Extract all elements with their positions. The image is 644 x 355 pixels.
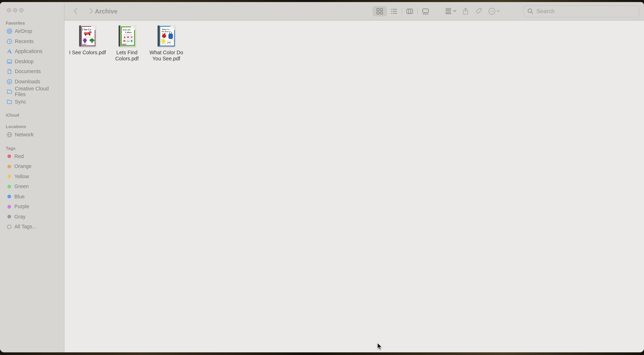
tag-dot-purple (7, 205, 11, 208)
file-what-color-do-you-see[interactable]: What Co Do You S (146, 26, 186, 62)
file-lets-find-colors[interactable]: Let's Fi Colors Sort the items by color (107, 26, 146, 62)
app-store-a-icon (7, 48, 12, 54)
pdf-file-icon: What Co Do You S (158, 26, 175, 46)
svg-text:Sort the items by color: Sort the items by color (124, 34, 132, 35)
mouse-cursor (377, 342, 382, 350)
file-i-see-colors[interactable]: I See Co Match the items by color (68, 26, 107, 56)
tag-dot-yellow (7, 175, 11, 178)
sidebar-item-sync[interactable]: Sync (0, 97, 64, 107)
tag-label: Yellow (14, 174, 29, 179)
tag-label: Red (14, 154, 24, 159)
sidebar-item-documents[interactable]: Documents (0, 66, 64, 76)
folder-icon (7, 99, 12, 104)
page-curl (91, 26, 96, 30)
globe-icon (7, 132, 12, 138)
sidebar-tag-purple[interactable]: Purple (0, 202, 64, 212)
toolbar-separator (417, 8, 418, 14)
tag-dot-blue (7, 195, 11, 198)
gallery-view-button[interactable] (418, 6, 432, 16)
grid-icon (376, 8, 383, 14)
more-button[interactable] (485, 6, 502, 16)
tag-label: Orange (14, 164, 32, 169)
toolbar: Archive (64, 2, 644, 20)
apple-art (162, 33, 166, 38)
sidebar-tag-red[interactable]: Red (0, 151, 64, 161)
chevron-down-icon (496, 10, 500, 12)
sidebar-item-downloads[interactable]: Downloads (0, 76, 64, 86)
section-title-tags: Tags (0, 145, 64, 151)
tag-label: Green (14, 184, 28, 189)
columns-icon (406, 8, 413, 14)
file-area[interactable]: I See Co Match the items by color (64, 20, 644, 352)
page-curl (170, 26, 175, 30)
sidebar-item-recents[interactable]: Recents (0, 36, 64, 46)
nav-buttons (72, 2, 95, 20)
author-text-art (82, 44, 87, 45)
sidebar-item-applications[interactable]: Applications (0, 46, 64, 56)
chevron-right-icon (89, 8, 93, 14)
ellipsis-circle-icon (488, 7, 496, 15)
tag-dot-orange (7, 164, 11, 168)
sidebar-tag-green[interactable]: Green (0, 182, 64, 192)
minimize-button[interactable] (13, 8, 17, 12)
toolbar-actions (442, 2, 503, 20)
sidebar-tag-orange[interactable]: Orange (0, 161, 64, 172)
sidebar-item-all-tags[interactable]: All Tags... (0, 222, 64, 232)
sidebar-item-label: Creative Cloud Files (15, 86, 61, 97)
sidebar-item-label: Desktop (15, 58, 34, 64)
zoom-button[interactable] (19, 8, 23, 12)
circle-outline-icon (7, 224, 12, 230)
tag-dot-green (7, 185, 11, 188)
author-text-art (122, 44, 126, 44)
share-button[interactable] (459, 6, 472, 16)
forward-button[interactable] (88, 6, 95, 16)
sidebar-item-label: AirDrop (15, 28, 32, 34)
sidebar-item-label: Downloads (15, 79, 40, 84)
sidebar-item-network[interactable]: Network (0, 130, 64, 140)
section-title-favorites: Favorites (0, 20, 64, 26)
sidebar-item-desktop[interactable]: Desktop (0, 56, 64, 66)
sidebar-item-airdrop[interactable]: AirDrop (0, 26, 64, 36)
tag-label: Blue (14, 194, 24, 200)
svg-text:Do You S: Do You S (162, 30, 170, 32)
list-view-button[interactable] (387, 6, 401, 16)
section-title-locations: Locations (0, 124, 64, 130)
close-button[interactable] (7, 8, 11, 12)
tag-button[interactable] (472, 6, 485, 16)
column-view-button[interactable] (402, 6, 417, 16)
pdf-file-icon: I See Co Match the items by color (79, 26, 96, 46)
main-pane: Archive (64, 2, 644, 352)
gallery-icon (422, 8, 429, 14)
share-icon (462, 7, 469, 15)
back-button[interactable] (72, 6, 79, 16)
book-spine (158, 26, 160, 46)
sidebar: Favorites AirDrop Recents (0, 2, 64, 352)
clock-icon (7, 38, 12, 44)
file-name-label: Lets Find Colors.pdf (107, 50, 146, 62)
view-switcher (372, 2, 432, 20)
sidebar-tag-gray[interactable]: Gray (0, 212, 64, 222)
backpack-art (168, 32, 173, 39)
magnifier-icon (528, 8, 533, 14)
finder-window: Favorites AirDrop Recents (0, 2, 644, 352)
search-field[interactable] (523, 5, 640, 17)
chevron-left-icon (74, 8, 78, 14)
list-icon (391, 8, 398, 14)
section-title-icloud: iCloud (0, 112, 64, 118)
book-spine (79, 26, 81, 46)
sidebar-item-label: Applications (15, 48, 42, 54)
sun-art (161, 38, 166, 44)
file-name-label: What Color Do You See.pdf (146, 50, 186, 62)
toolbar-separator (402, 8, 402, 14)
svg-text:Identify the items color: Identify the items color (167, 40, 175, 41)
sidebar-item-creative-cloud-files[interactable]: Creative Cloud Files (0, 86, 64, 97)
airdrop-icon (7, 28, 12, 34)
search-input[interactable] (536, 7, 636, 15)
window-title: Archive (95, 2, 118, 20)
icon-view-button[interactable] (372, 6, 387, 16)
sidebar-item-label: Documents (15, 69, 41, 74)
group-button[interactable] (442, 6, 459, 16)
sidebar-tag-blue[interactable]: Blue (0, 192, 64, 202)
sidebar-tag-yellow[interactable]: Yellow (0, 172, 64, 182)
file-name-label: I See Colors.pdf (68, 50, 107, 56)
